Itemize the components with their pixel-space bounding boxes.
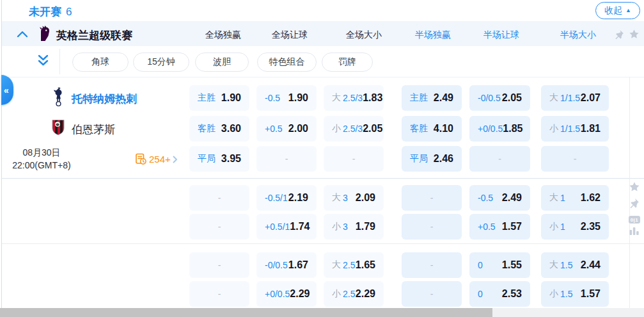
- line-label: 0: [478, 260, 483, 270]
- line-label: 主胜: [198, 92, 216, 104]
- odds-value: 2.44: [581, 259, 601, 271]
- ou-direction-label: 大: [332, 192, 341, 204]
- odds-cell-empty: -: [469, 146, 530, 172]
- odds-cell[interactable]: 平局2.46: [402, 146, 462, 172]
- tab-special-combo[interactable]: 特色组合: [257, 53, 317, 72]
- ou-direction-label: 小: [549, 221, 558, 232]
- ou-direction-label: 大: [332, 92, 341, 104]
- column-header-ht-handicap[interactable]: 半场让球: [473, 29, 530, 41]
- odds-label: +0.5: [478, 222, 496, 232]
- odds-cell[interactable]: 小2.5/32.05: [324, 116, 384, 142]
- odds-cell[interactable]: 大11.62: [541, 185, 609, 211]
- odds-cell[interactable]: 小12.35: [541, 214, 609, 240]
- away-team-name[interactable]: 伯恩茅斯: [72, 122, 115, 137]
- odds-value: 1.90: [288, 92, 308, 104]
- star-icon[interactable]: [629, 29, 640, 40]
- odds-cell[interactable]: 大2.5/31.83: [324, 85, 384, 111]
- odds-label: 0: [478, 289, 483, 299]
- ou-direction-label: 大: [549, 192, 558, 204]
- odds-label: 小1/1.5: [549, 123, 580, 134]
- league-name[interactable]: 英格兰超级联赛: [56, 28, 132, 43]
- premier-league-logo-icon: [38, 25, 52, 42]
- empty-dash: -: [285, 154, 288, 164]
- column-header-ft-1x2: 全场独赢: [194, 29, 252, 41]
- odds-cell[interactable]: +0/0.52.29: [256, 281, 317, 307]
- more-markets-link[interactable]: 254+: [135, 153, 178, 165]
- tab-15min[interactable]: 15分钟: [133, 53, 189, 72]
- odds-cell[interactable]: 大1/1.52.07: [541, 85, 609, 111]
- odds-cell[interactable]: 01.55: [469, 252, 530, 278]
- empty-dash: -: [430, 260, 434, 270]
- odds-cell[interactable]: +0.52.00: [256, 116, 317, 142]
- odds-cell[interactable]: 客胜3.60: [189, 116, 249, 142]
- odds-cell[interactable]: 大1.52.44: [541, 252, 609, 278]
- tab-cards[interactable]: 罚牌: [322, 53, 373, 72]
- odds-value: 1.85: [503, 123, 522, 134]
- zero-one-odds-format-icon[interactable]: 0|1: [629, 216, 640, 224]
- odds-value: 2.00: [288, 123, 308, 134]
- line-label: 2.5/3: [343, 124, 363, 134]
- odds-cell[interactable]: +0/0.51.85: [469, 116, 530, 142]
- odds-value: 1.62: [581, 192, 601, 204]
- odds-label: -0.5/1: [265, 193, 288, 203]
- tab-correct-score[interactable]: 波胆: [195, 53, 249, 72]
- odds-cell[interactable]: 小1/1.51.81: [541, 116, 609, 142]
- status-count: 6: [66, 6, 72, 18]
- horizontal-scrollbar-thumb[interactable]: [0, 308, 492, 317]
- bournemouth-crest-icon: [51, 119, 65, 136]
- odds-cell[interactable]: -0/0.52.05: [469, 85, 530, 111]
- odds-cell[interactable]: -0/0.51.67: [256, 252, 317, 278]
- pin-match-icon[interactable]: [629, 198, 640, 209]
- odds-cell[interactable]: -0.5/12.19: [256, 185, 317, 211]
- odds-cell[interactable]: 主胜1.90: [189, 85, 249, 111]
- odds-value: 2.35: [581, 221, 601, 232]
- line-label: 1.5: [560, 260, 572, 270]
- line-label: -0.5: [265, 93, 280, 103]
- chevron-up-icon[interactable]: [17, 31, 28, 38]
- column-header-ht-1x2[interactable]: 半场独赢: [404, 29, 462, 41]
- collapse-label: 收起: [604, 5, 622, 17]
- odds-label: +0.5: [265, 124, 283, 134]
- odds-value: 1.83: [363, 92, 382, 104]
- odds-cell[interactable]: 小31.79: [324, 214, 384, 240]
- column-header-ht-ou[interactable]: 半场大小: [549, 29, 607, 41]
- stats-bar-chart-icon[interactable]: [629, 226, 640, 236]
- line-label: 客胜: [198, 123, 216, 134]
- line-label: 3: [343, 193, 348, 203]
- empty-dash: -: [218, 222, 221, 232]
- odds-cell[interactable]: 大32.09: [324, 185, 384, 211]
- odds-cell[interactable]: 小1.51.57: [541, 281, 609, 307]
- market-block-divider: [2, 178, 644, 179]
- odds-cell[interactable]: 02.53: [469, 281, 530, 307]
- betting-page: 未开赛6 收起 ▲ 英格兰超级联赛 全场独赢 全场让球 全场大小 半场独赢 半场…: [0, 0, 644, 317]
- odds-cell[interactable]: -0.52.49: [469, 185, 530, 211]
- odds-cell[interactable]: 主胜2.49: [402, 85, 462, 111]
- sidebar-collapse-handle[interactable]: «: [1, 75, 13, 105]
- odds-value: 2.05: [363, 123, 382, 134]
- odds-value: 2.05: [502, 92, 522, 104]
- odds-label: -0.5: [265, 93, 280, 103]
- odds-cell[interactable]: 小2.52.29: [324, 281, 384, 307]
- odds-cell[interactable]: -0.51.90: [256, 85, 317, 111]
- double-chevron-down-icon[interactable]: [38, 54, 49, 67]
- odds-cell[interactable]: 客胜4.10: [402, 116, 462, 142]
- home-team-name[interactable]: 托特纳姆热刺: [72, 92, 137, 106]
- odds-label: 大3: [332, 192, 348, 204]
- tab-corners[interactable]: 角球: [72, 53, 129, 72]
- odds-cell[interactable]: 大2.51.65: [324, 252, 384, 278]
- line-label: 1: [560, 222, 565, 232]
- horizontal-scrollbar-track[interactable]: [0, 308, 644, 317]
- favorite-star-icon[interactable]: [629, 181, 640, 193]
- line-label: -0.5: [478, 193, 493, 203]
- collapse-button[interactable]: 收起 ▲: [595, 2, 640, 19]
- line-label: 1/1.5: [560, 124, 580, 134]
- odds-cell-empty: -: [189, 214, 249, 240]
- odds-label: 0: [478, 260, 483, 270]
- odds-cell-empty: -: [189, 185, 249, 211]
- line-label: +0/0.5: [478, 124, 503, 134]
- line-label: 1: [560, 193, 565, 203]
- pin-icon[interactable]: [614, 29, 624, 40]
- odds-cell[interactable]: +0.51.57: [469, 214, 530, 240]
- odds-cell[interactable]: +0.5/11.74: [256, 214, 317, 240]
- odds-cell[interactable]: 平局3.95: [189, 146, 249, 172]
